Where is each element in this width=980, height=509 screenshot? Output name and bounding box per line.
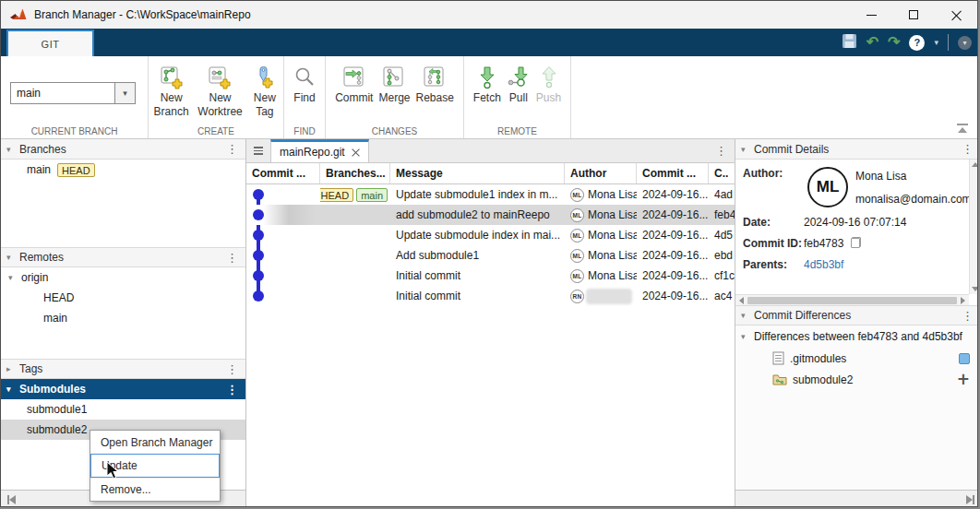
tags-menu-icon[interactable]: ⋮ — [226, 363, 238, 375]
details-vscrollbar[interactable] — [969, 160, 978, 294]
chevron-expanded-icon[interactable]: ▾ — [741, 311, 754, 320]
current-branch-combobox[interactable]: main ▾ — [10, 82, 136, 104]
chevron-down-icon[interactable]: ▾ — [114, 83, 135, 103]
save-icon — [842, 33, 857, 49]
branches-menu-icon[interactable]: ⋮ — [226, 143, 238, 155]
document-list-icon[interactable] — [246, 139, 270, 162]
collapse-ribbon-button[interactable] — [957, 124, 968, 133]
diff-file-submodule2[interactable]: submodule2 + — [735, 369, 978, 390]
column-header-message[interactable]: Message — [390, 163, 565, 183]
submodules-menu-icon[interactable]: ⋮ — [226, 384, 238, 396]
merge-button[interactable]: Merge — [376, 64, 412, 105]
commit-row-4[interactable]: Add submodule1 MLMona Lisa 2024-09-16...… — [246, 245, 735, 266]
scroll-start-icon[interactable] — [7, 495, 16, 504]
scroll-left-icon[interactable] — [739, 297, 744, 304]
chevron-expanded-icon[interactable]: ▾ — [741, 145, 754, 154]
remotes-menu-icon[interactable]: ⋮ — [226, 252, 238, 264]
commit-node-icon — [253, 250, 264, 261]
details-hscrollbar[interactable] — [735, 294, 969, 305]
rebase-button[interactable]: Rebase — [413, 64, 455, 105]
commit-row-1[interactable]: HEAD main Update submodule1 index in m..… — [246, 184, 735, 205]
commit-row-5[interactable]: Initial commit MLMona Lisa 2024-09-16...… — [246, 266, 735, 286]
column-header-author[interactable]: Author — [565, 163, 637, 183]
tab-mainrepo-git[interactable]: mainRepo.git — [270, 139, 369, 162]
close-button[interactable] — [935, 1, 977, 29]
remote-item-origin[interactable]: ▾ origin — [1, 267, 245, 288]
commit-differences-body: ▾ Differences between feb4783 and 4d5b3b… — [735, 326, 978, 490]
branch-item-main[interactable]: main HEAD — [1, 160, 245, 180]
commit-label: Commit — [335, 91, 373, 105]
chevron-expanded-icon[interactable]: ▾ — [6, 253, 19, 262]
remote-branch-name: HEAD — [43, 291, 74, 304]
maximize-icon — [909, 10, 918, 19]
commit-differences-menu-icon[interactable]: ⋮ — [962, 310, 974, 322]
chevron-expanded-icon[interactable]: ▾ — [6, 145, 19, 154]
document-menu-icon[interactable]: ⋮ — [715, 145, 727, 157]
remote-branch-main[interactable]: main — [1, 308, 245, 328]
details-bottom-scrollbar[interactable] — [735, 490, 978, 507]
commit-details-header[interactable]: ▾ Commit Details ⋮ — [735, 139, 978, 160]
commit-date: 2024-09-16... — [637, 286, 709, 306]
commit-row-3[interactable]: Update submodule index in mai... MLMona … — [246, 225, 735, 245]
maximize-button[interactable] — [892, 1, 935, 29]
new-branch-button[interactable]: New Branch — [149, 64, 194, 119]
commit-details-title: Commit Details — [754, 143, 962, 156]
commit-table-header: Commit ... Branches... Message Author Co… — [246, 163, 735, 184]
new-tag-icon — [253, 64, 277, 91]
new-worktree-button[interactable]: New Worktree — [196, 64, 244, 119]
scroll-up-icon[interactable] — [972, 162, 978, 167]
help-button[interactable]: ? — [909, 35, 925, 51]
undo-button[interactable]: ↶ — [866, 35, 878, 50]
commit-details-menu-icon[interactable]: ⋮ — [962, 143, 974, 155]
column-header-commit-graph[interactable]: Commit ... — [246, 163, 320, 183]
fetch-button[interactable]: Fetch — [472, 64, 503, 105]
tags-section-header[interactable]: ▸ Tags ⋮ — [1, 359, 245, 379]
commit-row-2-selected[interactable]: add submodule2 to mainReepo MLMona Lisa … — [246, 205, 735, 225]
scrollbar-thumb[interactable] — [747, 297, 957, 304]
branches-list: main HEAD — [1, 160, 245, 247]
chevron-collapsed-icon[interactable]: ▸ — [6, 364, 19, 373]
minimize-button[interactable] — [850, 1, 892, 29]
column-header-branches[interactable]: Branches... — [320, 163, 390, 183]
commit-row-6[interactable]: Initial commit RN 2024-09-16... ac4 — [246, 286, 735, 306]
new-worktree-icon — [208, 64, 232, 91]
push-button[interactable]: Push — [534, 64, 563, 105]
chevron-expanded-icon[interactable]: ▾ — [741, 332, 754, 341]
pull-button[interactable]: Pull — [505, 64, 532, 105]
submodule-item-1[interactable]: submodule1 — [1, 399, 245, 420]
redo-button[interactable]: ↷ — [888, 35, 900, 50]
fetch-icon — [475, 64, 499, 91]
remotes-section-header[interactable]: ▾ Remotes ⋮ — [1, 247, 245, 267]
diff-file-gitmodules[interactable]: .gitmodules — [735, 348, 978, 369]
help-dropdown-icon[interactable]: ▾ — [934, 38, 938, 47]
find-button[interactable]: Find — [291, 64, 318, 105]
commit-node-icon — [253, 270, 264, 281]
differences-group[interactable]: ▾ Differences between feb4783 and 4d5b3b… — [735, 326, 978, 348]
parent-commit-link[interactable]: 4d5b3bf — [804, 258, 843, 271]
scroll-down-icon[interactable] — [972, 287, 978, 291]
search-icon — [293, 64, 317, 91]
ribbon-options-button[interactable]: ▾ — [958, 36, 972, 50]
group-current-branch: main ▾ CURRENT BRANCH — [1, 56, 149, 138]
column-header-commit-date[interactable]: Commit ... — [637, 163, 709, 183]
new-tag-button[interactable]: New Tag — [246, 64, 283, 119]
group-changes: Commit Merge — [326, 56, 464, 138]
chevron-expanded-icon[interactable]: ▾ — [8, 273, 21, 282]
menu-item-open-branch-manager[interactable]: Open Branch Manager — [90, 431, 220, 454]
tab-git[interactable]: GIT — [6, 30, 94, 56]
commit-differences-header[interactable]: ▾ Commit Differences ⋮ — [735, 305, 978, 326]
submodules-section-header[interactable]: ▾ Submodules ⋮ — [1, 379, 245, 399]
save-button[interactable] — [842, 33, 857, 52]
scroll-right-icon[interactable] — [961, 297, 965, 304]
history-panel: mainRepo.git ⋮ Commit ... Branches... Me… — [246, 139, 735, 507]
author-name: Mona Lisa — [855, 170, 969, 183]
scroll-end-icon[interactable] — [966, 495, 974, 504]
copy-icon[interactable] — [851, 237, 861, 248]
chevron-expanded-icon[interactable]: ▾ — [6, 385, 19, 394]
remote-branch-head[interactable]: HEAD — [1, 288, 245, 308]
commit-button[interactable]: Commit — [333, 64, 375, 105]
branches-section-header[interactable]: ▾ Branches ⋮ — [1, 139, 245, 160]
column-header-commit-id[interactable]: C.. — [709, 163, 735, 183]
tab-close-icon[interactable] — [352, 148, 360, 157]
submodule-folder-icon — [772, 373, 787, 385]
